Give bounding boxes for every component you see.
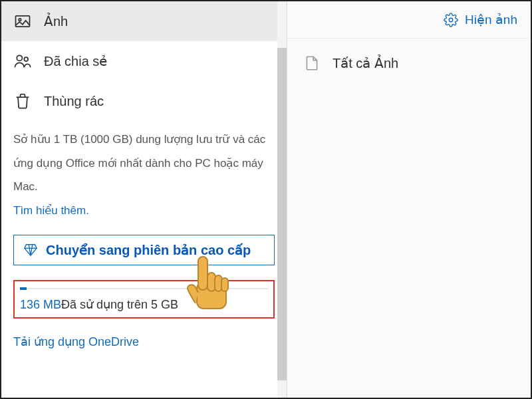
sidebar-item-label: Thùng rác: [44, 94, 104, 109]
sidebar-item-label: Ảnh: [44, 13, 68, 29]
svg-point-4: [449, 18, 453, 22]
sidebar-item-trash[interactable]: Thùng rác: [1, 81, 277, 121]
sidebar-nav: Ảnh Đã chia sẻ Thùng rác: [1, 1, 287, 121]
sidebar-item-shared[interactable]: Đã chia sẻ: [1, 41, 277, 81]
svg-point-1: [19, 19, 21, 21]
scrollbar-thumb[interactable]: [277, 48, 287, 380]
svg-point-3: [24, 57, 28, 61]
storage-total-text: Đã sử dụng trên 5 GB: [61, 298, 178, 311]
storage-progress-fill: [20, 287, 27, 290]
trash-icon: [13, 92, 32, 110]
storage-progress-bar: [20, 288, 268, 289]
sidebar-scrollbar[interactable]: [277, 1, 287, 398]
promo-text: Sở hữu 1 TB (1000 GB) dung lượng lưu trữ…: [13, 133, 265, 193]
content-area: Tất cả Ảnh: [287, 39, 531, 88]
main-panel: Hiện ảnh Tất cả Ảnh: [287, 1, 531, 398]
document-icon: [303, 55, 321, 72]
toolbar: Hiện ảnh: [287, 1, 531, 39]
download-onedrive-link[interactable]: Tải ứng dụng OneDrive: [13, 335, 139, 348]
promo-block: Sở hữu 1 TB (1000 GB) dung lượng lưu trữ…: [1, 121, 287, 235]
all-photos-item[interactable]: Tất cả Ảnh: [303, 55, 515, 72]
toolbar-view-label[interactable]: Hiện ảnh: [465, 12, 517, 27]
people-icon: [13, 52, 32, 70]
upgrade-button-label: Chuyển sang phiên bản cao cấp: [46, 242, 251, 258]
storage-used-value: 136 MB: [20, 298, 61, 311]
gear-icon[interactable]: [444, 13, 458, 27]
upgrade-button[interactable]: Chuyển sang phiên bản cao cấp: [13, 235, 275, 265]
promo-learn-more-link[interactable]: Tìm hiểu thêm.: [13, 204, 89, 217]
sidebar-item-photos[interactable]: Ảnh: [1, 1, 277, 41]
storage-usage-highlighted: 136 MBĐã sử dụng trên 5 GB: [13, 280, 275, 319]
storage-text[interactable]: 136 MBĐã sử dụng trên 5 GB: [20, 297, 268, 312]
sidebar: Ảnh Đã chia sẻ Thùng rác Sở hữu 1 TB (10…: [1, 1, 287, 398]
diamond-icon: [23, 243, 38, 257]
svg-point-2: [17, 55, 22, 61]
image-icon: [13, 12, 32, 31]
sidebar-item-label: Đã chia sẻ: [44, 53, 107, 69]
content-item-label: Tất cả Ảnh: [332, 55, 398, 71]
